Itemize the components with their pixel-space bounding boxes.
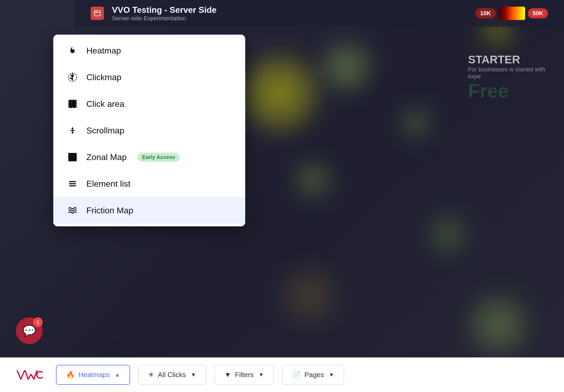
heatmaps-button[interactable]: 🔥 Heatmaps ▲ <box>56 365 130 385</box>
filters-label: Filters <box>235 371 254 379</box>
filters-button[interactable]: ▼ Filters ▼ <box>214 365 274 385</box>
heatmaps-flame-icon: 🔥 <box>66 371 75 379</box>
menu-label-friction-map: Friction Map <box>86 206 133 215</box>
heatmap-blob-5 <box>293 160 333 200</box>
heat-gradient-swatch <box>498 7 525 20</box>
menu-label-scrollmap: Scrollmap <box>86 126 124 136</box>
menu-item-friction-map[interactable]: Friction Map <box>53 197 245 224</box>
menu-item-scrollmap[interactable]: Scrollmap <box>53 117 245 144</box>
svg-rect-7 <box>69 153 76 161</box>
heatmaps-chevron: ▲ <box>115 372 120 378</box>
menu-label-click-area: Click area <box>86 99 124 109</box>
heatmap-blob-10 <box>466 293 530 357</box>
header-title: VVO Testing - Server Side <box>112 5 216 15</box>
menu-item-element-list[interactable]: Element list <box>53 170 245 197</box>
heatmap-blob-2 <box>320 40 373 93</box>
friction-icon <box>67 205 78 216</box>
heat-legend: 10K 50K <box>475 7 548 20</box>
menu-label-element-list: Element list <box>86 179 130 189</box>
all-clicks-chevron: ▼ <box>191 372 196 378</box>
all-clicks-icon: ✳ <box>148 371 154 379</box>
svg-rect-0 <box>94 11 100 16</box>
heat-high-value: 50K <box>528 8 548 18</box>
pages-button[interactable]: 📄 Pages ▼ <box>282 365 344 385</box>
page-header: VVO Testing - Server Side Server-side Ex… <box>75 0 564 27</box>
heatmaps-label: Heatmaps <box>78 371 110 379</box>
menu-label-heatmap: Heatmap <box>86 46 121 56</box>
filter-icon: ▼ <box>224 371 231 379</box>
chat-badge: 1 <box>33 317 43 327</box>
menu-item-zonal-map[interactable]: Zonal Map Early Access <box>53 144 245 170</box>
all-clicks-label: All Clicks <box>158 371 186 379</box>
grid-icon <box>67 151 78 163</box>
all-clicks-button[interactable]: ✳ All Clicks ▼ <box>138 365 206 385</box>
pages-icon: 📄 <box>292 371 301 379</box>
dashed-box-icon <box>67 98 78 110</box>
bottom-toolbar: 🔥 Heatmaps ▲ ✳ All Clicks ▼ ▼ Filters ▼ … <box>0 357 564 392</box>
svg-point-15 <box>37 371 43 378</box>
scroll-icon <box>67 125 78 136</box>
heatmap-blob-1 <box>240 53 320 133</box>
pages-chevron: ▼ <box>329 372 334 378</box>
heatmap-blob-4 <box>400 107 432 138</box>
chat-button[interactable]: 1 💬 <box>16 317 43 344</box>
menu-item-heatmap[interactable]: Heatmap <box>53 37 245 64</box>
heatmap-blob-7 <box>426 213 469 256</box>
early-access-badge: Early Access <box>137 153 180 162</box>
menu-item-click-area[interactable]: Click area <box>53 91 245 117</box>
heatmap-type-dropdown: Heatmap Clickmap Click area <box>53 35 245 226</box>
header-icon <box>91 7 104 20</box>
heatmap-blob-8 <box>280 266 339 325</box>
menu-item-clickmap[interactable]: Clickmap <box>53 64 245 91</box>
price-text: Free <box>468 80 548 102</box>
vwo-logo <box>16 368 43 382</box>
menu-label-zonal-map: Zonal Map <box>86 152 127 162</box>
flame-icon <box>67 45 78 56</box>
list-icon <box>67 178 78 190</box>
pages-label: Pages <box>304 371 324 379</box>
starter-desc: For businesses w started with expe <box>468 66 548 80</box>
heat-low-value: 10K <box>475 8 495 18</box>
starter-box: STARTER For businesses w started with ex… <box>468 53 548 102</box>
cursor-click-icon <box>67 71 78 83</box>
menu-label-clickmap: Clickmap <box>86 72 122 82</box>
header-subtitle: Server-side Experimentation <box>112 15 216 22</box>
chat-icon: 💬 <box>23 325 36 337</box>
starter-title: STARTER <box>468 53 548 66</box>
filters-chevron: ▼ <box>259 372 264 378</box>
